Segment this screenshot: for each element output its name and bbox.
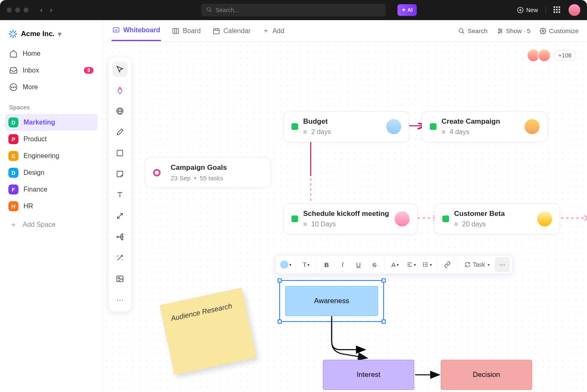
divider: [457, 259, 458, 270]
ai-label: AI: [408, 7, 413, 13]
assignee-avatar[interactable]: [537, 211, 552, 226]
card-kickoff[interactable]: Schedule kickoff meeting ≡10 Days: [283, 203, 418, 234]
view-search[interactable]: Search: [458, 27, 488, 34]
tool-web[interactable]: [112, 104, 127, 119]
tab-calendar[interactable]: Calendar: [212, 21, 252, 41]
tool-connector[interactable]: [112, 208, 127, 223]
nav-label: Home: [23, 50, 41, 57]
tool-mindmap[interactable]: [112, 229, 127, 244]
card-customer-beta[interactable]: Customer Beta ≡20 days: [434, 203, 560, 234]
strikethrough-button[interactable]: S: [367, 257, 382, 272]
whiteboard-canvas[interactable]: +108 ⋯: [103, 42, 587, 392]
card-campaign-goals[interactable]: Campaign Goals 23 Sep • 55 tasks: [145, 157, 271, 188]
tool-pen[interactable]: [112, 125, 127, 140]
tool-magic[interactable]: [112, 250, 127, 265]
assignee-avatar[interactable]: [395, 211, 410, 226]
resize-handle[interactable]: [278, 278, 282, 283]
convert-icon: [465, 262, 470, 267]
font-size-button[interactable]: T▾: [299, 257, 314, 272]
shape-decision[interactable]: Decision: [441, 360, 532, 390]
divider: [316, 259, 317, 270]
forward-icon[interactable]: ›: [50, 6, 52, 14]
list-button[interactable]: ▾: [419, 257, 434, 272]
titlebar: ‹ › Search... ✦ AI New: [0, 0, 587, 20]
card-title: Schedule kickoff meeting: [303, 210, 389, 218]
more-options-button[interactable]: ⋯: [495, 257, 510, 272]
nav-more[interactable]: More: [5, 79, 98, 96]
description-icon: ≡: [442, 128, 445, 136]
italic-button[interactable]: I: [335, 257, 350, 272]
tool-text[interactable]: [112, 187, 127, 202]
assignee-avatar[interactable]: [386, 119, 401, 134]
add-space-label: Add Space: [23, 221, 55, 228]
card-create-campaign[interactable]: Create Campaign ≡4 days: [422, 111, 548, 142]
back-icon[interactable]: ‹: [40, 6, 42, 14]
tool-select[interactable]: [112, 62, 127, 77]
collaborator-stack[interactable]: +108: [529, 49, 576, 62]
card-budget[interactable]: Budget ≡2 days: [283, 111, 409, 142]
minimize-dot[interactable]: [15, 8, 20, 13]
space-design[interactable]: D Design: [5, 164, 98, 181]
tab-whiteboard[interactable]: Whiteboard: [112, 21, 161, 41]
format-toolbar: ▾ T▾ B I U S A▾ ▾ ▾ Task ▾: [275, 255, 513, 274]
sticky-note[interactable]: Audience Research: [160, 288, 257, 375]
workspace-switcher[interactable]: Acme Inc. ▾: [5, 25, 98, 45]
tool-sticky[interactable]: [112, 166, 127, 182]
bold-button[interactable]: B: [319, 257, 334, 272]
resize-handle[interactable]: [382, 278, 386, 283]
shape-label: Awareness: [314, 297, 349, 305]
divider: [437, 259, 437, 270]
nav-inbox[interactable]: Inbox 9: [5, 62, 98, 79]
status-ring-icon: [153, 169, 161, 177]
tab-add-view[interactable]: ＋ Add: [262, 21, 285, 41]
svg-rect-18: [173, 29, 179, 34]
text-color-button[interactable]: A▾: [387, 257, 403, 272]
view-tabs: Whiteboard Board Calendar ＋ Add Search: [103, 20, 587, 42]
tab-board[interactable]: Board: [171, 21, 202, 41]
add-space-button[interactable]: ＋ Add Space: [5, 215, 98, 234]
fill-color-button[interactable]: ▾: [278, 257, 293, 272]
close-dot[interactable]: [7, 8, 12, 13]
color-swatch-icon: [280, 260, 288, 269]
divider: [296, 259, 296, 270]
new-button[interactable]: New: [517, 7, 538, 13]
board-icon: [172, 27, 179, 35]
view-show[interactable]: Show · 5: [497, 27, 530, 34]
assignee-avatar[interactable]: [525, 119, 540, 134]
tool-shape[interactable]: [112, 145, 127, 161]
underline-button[interactable]: U: [351, 257, 366, 272]
convert-task-button[interactable]: Task ▾: [460, 257, 494, 272]
shape-interest[interactable]: Interest: [323, 360, 414, 390]
tool-more[interactable]: ⋯: [112, 292, 127, 307]
align-button[interactable]: ▾: [403, 257, 418, 272]
global-search[interactable]: Search...: [201, 4, 386, 16]
space-hr[interactable]: H HR: [5, 198, 98, 215]
tool-image[interactable]: [112, 271, 127, 286]
space-finance[interactable]: F Finance: [5, 181, 98, 198]
collaborator-overflow[interactable]: +108: [553, 50, 576, 61]
description-icon: ≡: [303, 128, 307, 136]
status-icon: [430, 123, 436, 130]
view-customize[interactable]: Customize: [540, 27, 579, 34]
svg-rect-21: [213, 29, 219, 34]
apps-icon[interactable]: [553, 6, 561, 14]
connector: [325, 316, 376, 366]
sparkle-icon: ✦: [402, 7, 406, 13]
shape-awareness[interactable]: Awareness: [285, 286, 378, 316]
link-button[interactable]: [440, 257, 455, 272]
maximize-dot[interactable]: [23, 8, 29, 13]
space-engineering[interactable]: E Engineering: [5, 148, 98, 164]
tool-ai[interactable]: [112, 83, 127, 98]
resize-handle[interactable]: [382, 319, 386, 324]
chevron-down-icon: ▾: [414, 262, 416, 267]
user-avatar[interactable]: [569, 4, 580, 16]
view-controls: Search Show · 5 Customize: [458, 27, 579, 34]
divider: [545, 6, 546, 14]
connector-down: [330, 316, 384, 366]
resize-handle[interactable]: [278, 319, 282, 324]
space-marketing[interactable]: D Marketing: [5, 114, 98, 131]
svg-point-49: [423, 262, 423, 263]
space-product[interactable]: P Product: [5, 131, 98, 148]
nav-home[interactable]: Home: [5, 45, 98, 62]
ai-button[interactable]: ✦ AI: [397, 4, 417, 16]
